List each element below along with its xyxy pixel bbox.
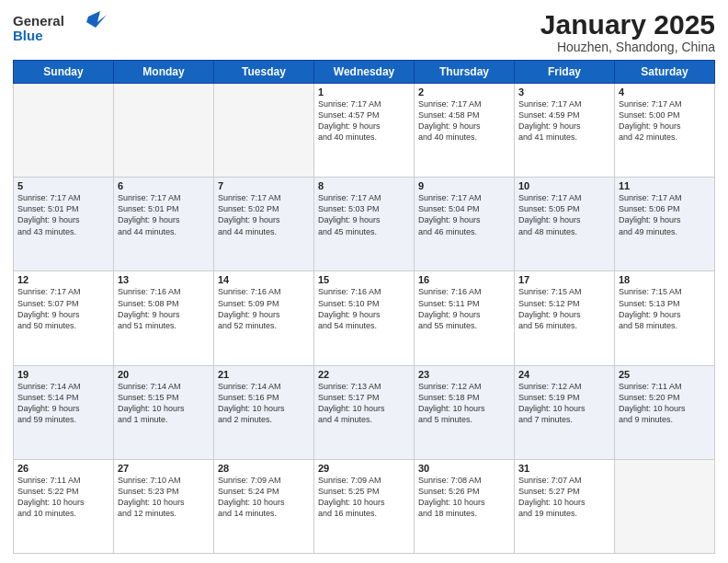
- day-info: Sunrise: 7:17 AM Sunset: 5:07 PM Dayligh…: [17, 286, 109, 331]
- day-number: 26: [17, 463, 109, 474]
- day-number: 8: [318, 180, 410, 191]
- table-row: 22Sunrise: 7:13 AM Sunset: 5:17 PM Dayli…: [314, 365, 415, 459]
- day-info: Sunrise: 7:17 AM Sunset: 5:03 PM Dayligh…: [318, 192, 410, 237]
- col-saturday: Saturday: [615, 61, 715, 84]
- day-info: Sunrise: 7:07 AM Sunset: 5:27 PM Dayligh…: [518, 475, 610, 520]
- day-number: 14: [218, 274, 310, 285]
- table-row: 16Sunrise: 7:16 AM Sunset: 5:11 PM Dayli…: [415, 271, 515, 365]
- day-number: 29: [318, 463, 410, 474]
- day-info: Sunrise: 7:16 AM Sunset: 5:10 PM Dayligh…: [318, 286, 410, 331]
- table-row: 27Sunrise: 7:10 AM Sunset: 5:23 PM Dayli…: [114, 459, 214, 553]
- day-info: Sunrise: 7:09 AM Sunset: 5:25 PM Dayligh…: [318, 475, 410, 520]
- day-number: 2: [418, 86, 510, 98]
- day-number: 23: [418, 369, 510, 380]
- table-row: 29Sunrise: 7:09 AM Sunset: 5:25 PM Dayli…: [314, 459, 415, 553]
- day-info: Sunrise: 7:15 AM Sunset: 5:12 PM Dayligh…: [518, 286, 610, 331]
- table-row: [14, 84, 114, 178]
- table-row: 2Sunrise: 7:17 AM Sunset: 4:58 PM Daylig…: [415, 84, 515, 178]
- day-info: Sunrise: 7:14 AM Sunset: 5:14 PM Dayligh…: [17, 381, 109, 426]
- day-number: 11: [619, 180, 711, 191]
- day-info: Sunrise: 7:17 AM Sunset: 4:59 PM Dayligh…: [518, 98, 610, 144]
- table-row: 3Sunrise: 7:17 AM Sunset: 4:59 PM Daylig…: [515, 84, 615, 178]
- day-number: 3: [518, 86, 610, 98]
- day-info: Sunrise: 7:17 AM Sunset: 5:00 PM Dayligh…: [619, 98, 711, 144]
- day-number: 12: [17, 274, 109, 285]
- day-number: 17: [518, 274, 610, 285]
- table-row: 5Sunrise: 7:17 AM Sunset: 5:01 PM Daylig…: [14, 178, 114, 271]
- svg-marker-2: [86, 11, 107, 28]
- calendar-week-row: 12Sunrise: 7:17 AM Sunset: 5:07 PM Dayli…: [14, 271, 715, 365]
- table-row: 25Sunrise: 7:11 AM Sunset: 5:20 PM Dayli…: [615, 365, 715, 459]
- day-info: Sunrise: 7:16 AM Sunset: 5:11 PM Dayligh…: [418, 286, 510, 331]
- day-number: 22: [318, 369, 410, 380]
- day-info: Sunrise: 7:17 AM Sunset: 5:04 PM Dayligh…: [418, 192, 510, 237]
- day-info: Sunrise: 7:10 AM Sunset: 5:23 PM Dayligh…: [118, 475, 210, 520]
- calendar-week-row: 5Sunrise: 7:17 AM Sunset: 5:01 PM Daylig…: [14, 178, 715, 271]
- table-row: 14Sunrise: 7:16 AM Sunset: 5:09 PM Dayli…: [214, 271, 314, 365]
- day-number: 16: [418, 274, 510, 285]
- col-monday: Monday: [114, 61, 214, 84]
- day-info: Sunrise: 7:13 AM Sunset: 5:17 PM Dayligh…: [318, 381, 410, 426]
- table-row: [615, 459, 715, 553]
- day-info: Sunrise: 7:16 AM Sunset: 5:09 PM Dayligh…: [218, 286, 310, 331]
- header: General Blue January 2025 Houzhen, Shand…: [13, 9, 715, 54]
- day-number: 27: [118, 463, 210, 474]
- table-row: 30Sunrise: 7:08 AM Sunset: 5:26 PM Dayli…: [415, 459, 515, 553]
- day-info: Sunrise: 7:11 AM Sunset: 5:20 PM Dayligh…: [619, 381, 711, 426]
- day-number: 10: [518, 180, 610, 191]
- col-friday: Friday: [515, 61, 615, 84]
- calendar-week-row: 19Sunrise: 7:14 AM Sunset: 5:14 PM Dayli…: [14, 365, 715, 459]
- calendar-week-row: 26Sunrise: 7:11 AM Sunset: 5:22 PM Dayli…: [14, 459, 715, 553]
- day-info: Sunrise: 7:15 AM Sunset: 5:13 PM Dayligh…: [619, 286, 711, 331]
- table-row: 8Sunrise: 7:17 AM Sunset: 5:03 PM Daylig…: [314, 178, 415, 271]
- day-number: 1: [318, 86, 410, 98]
- day-info: Sunrise: 7:12 AM Sunset: 5:19 PM Dayligh…: [518, 381, 610, 426]
- table-row: 10Sunrise: 7:17 AM Sunset: 5:05 PM Dayli…: [515, 178, 615, 271]
- day-info: Sunrise: 7:09 AM Sunset: 5:24 PM Dayligh…: [218, 475, 310, 520]
- day-number: 21: [218, 369, 310, 380]
- calendar-table: Sunday Monday Tuesday Wednesday Thursday…: [13, 60, 715, 554]
- day-number: 5: [17, 180, 109, 191]
- day-info: Sunrise: 7:17 AM Sunset: 5:05 PM Dayligh…: [518, 192, 610, 237]
- logo: General Blue: [13, 9, 114, 48]
- day-info: Sunrise: 7:11 AM Sunset: 5:22 PM Dayligh…: [17, 475, 109, 520]
- day-info: Sunrise: 7:14 AM Sunset: 5:15 PM Dayligh…: [118, 381, 210, 426]
- day-number: 28: [218, 463, 310, 474]
- table-row: 19Sunrise: 7:14 AM Sunset: 5:14 PM Dayli…: [14, 365, 114, 459]
- table-row: 21Sunrise: 7:14 AM Sunset: 5:16 PM Dayli…: [214, 365, 314, 459]
- table-row: 20Sunrise: 7:14 AM Sunset: 5:15 PM Dayli…: [114, 365, 214, 459]
- calendar-week-row: 1Sunrise: 7:17 AM Sunset: 4:57 PM Daylig…: [14, 84, 715, 178]
- day-number: 24: [518, 369, 610, 380]
- day-info: Sunrise: 7:17 AM Sunset: 4:58 PM Dayligh…: [418, 98, 510, 144]
- table-row: 6Sunrise: 7:17 AM Sunset: 5:01 PM Daylig…: [114, 178, 214, 271]
- calendar-header-row: Sunday Monday Tuesday Wednesday Thursday…: [14, 61, 715, 84]
- day-info: Sunrise: 7:08 AM Sunset: 5:26 PM Dayligh…: [418, 475, 510, 520]
- day-info: Sunrise: 7:17 AM Sunset: 5:01 PM Dayligh…: [17, 192, 109, 237]
- day-number: 13: [118, 274, 210, 285]
- day-number: 15: [318, 274, 410, 285]
- col-thursday: Thursday: [415, 61, 515, 84]
- day-info: Sunrise: 7:12 AM Sunset: 5:18 PM Dayligh…: [418, 381, 510, 426]
- day-info: Sunrise: 7:17 AM Sunset: 4:57 PM Dayligh…: [318, 98, 410, 144]
- table-row: 15Sunrise: 7:16 AM Sunset: 5:10 PM Dayli…: [314, 271, 415, 365]
- table-row: [114, 84, 214, 178]
- table-row: 9Sunrise: 7:17 AM Sunset: 5:04 PM Daylig…: [415, 178, 515, 271]
- col-tuesday: Tuesday: [214, 61, 314, 84]
- table-row: 1Sunrise: 7:17 AM Sunset: 4:57 PM Daylig…: [314, 84, 415, 178]
- table-row: 11Sunrise: 7:17 AM Sunset: 5:06 PM Dayli…: [615, 178, 715, 271]
- day-info: Sunrise: 7:17 AM Sunset: 5:01 PM Dayligh…: [118, 192, 210, 237]
- table-row: 28Sunrise: 7:09 AM Sunset: 5:24 PM Dayli…: [214, 459, 314, 553]
- table-row: [214, 84, 314, 178]
- table-row: 31Sunrise: 7:07 AM Sunset: 5:27 PM Dayli…: [515, 459, 615, 553]
- svg-text:Blue: Blue: [13, 28, 43, 43]
- table-row: 23Sunrise: 7:12 AM Sunset: 5:18 PM Dayli…: [415, 365, 515, 459]
- table-row: 7Sunrise: 7:17 AM Sunset: 5:02 PM Daylig…: [214, 178, 314, 271]
- day-number: 30: [418, 463, 510, 474]
- day-number: 20: [118, 369, 210, 380]
- svg-text:General: General: [13, 13, 64, 29]
- day-number: 4: [619, 86, 711, 98]
- col-wednesday: Wednesday: [314, 61, 415, 84]
- table-row: 12Sunrise: 7:17 AM Sunset: 5:07 PM Dayli…: [14, 271, 114, 365]
- table-row: 26Sunrise: 7:11 AM Sunset: 5:22 PM Dayli…: [14, 459, 114, 553]
- location: Houzhen, Shandong, China: [540, 40, 715, 54]
